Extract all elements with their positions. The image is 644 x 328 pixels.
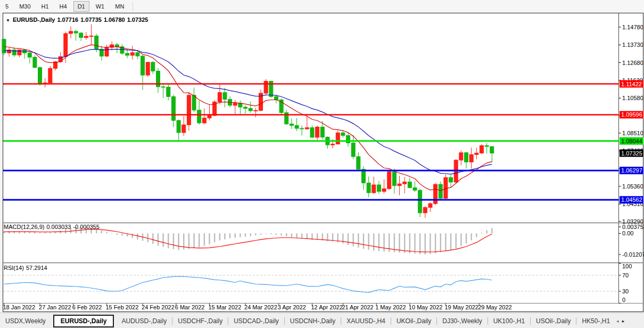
price-badge-1.09596: 1.09596 xyxy=(620,111,643,118)
macd-bar xyxy=(358,233,359,248)
macd-bar xyxy=(301,233,302,239)
macd-indicator-label: MACD(12,26,9)0.003033-0.000355 xyxy=(4,224,102,230)
svg-text:1.04562: 1.04562 xyxy=(621,196,642,203)
svg-text:24 Mar 2022: 24 Mar 2022 xyxy=(244,304,277,310)
svg-text:1.10580: 1.10580 xyxy=(622,95,643,101)
svg-text:21 Apr 2022: 21 Apr 2022 xyxy=(342,304,373,310)
macd-bar xyxy=(409,233,410,253)
price-badge-1.06297: 1.06297 xyxy=(620,167,643,174)
macd-bar xyxy=(101,231,102,233)
macd-bar xyxy=(481,233,482,233)
macd-bar xyxy=(435,233,436,253)
chart-dropdown-icon[interactable]: ▼ xyxy=(6,18,10,23)
macd-bar xyxy=(373,233,374,250)
tab-xauusd-h4[interactable]: XAUUSD-,H4 xyxy=(341,315,391,327)
tab-dj30-weekly[interactable]: DJ30-,Weekly xyxy=(437,315,487,327)
svg-text:1.12680: 1.12680 xyxy=(622,60,643,66)
svg-text:0: 0 xyxy=(622,297,625,303)
tab-usdchf-daily[interactable]: USDCHF-,Daily xyxy=(172,315,228,327)
macd-bar xyxy=(34,232,35,234)
svg-text:1 May 2022: 1 May 2022 xyxy=(375,304,406,310)
macd-bar xyxy=(255,233,256,235)
chart-window[interactable]: 1.147801.137301.126801.116301.105801.095… xyxy=(0,0,644,328)
macd-bar xyxy=(466,233,467,243)
price-badge-1.11422: 1.11422 xyxy=(620,80,643,88)
tab-usdcnh-daily[interactable]: USDCNH-,Daily xyxy=(285,315,341,327)
macd-bar xyxy=(106,232,107,234)
macd-bar xyxy=(235,233,236,237)
macd-bar xyxy=(291,233,292,237)
rsi-name: RSI(14) xyxy=(4,265,24,271)
macd-bar xyxy=(348,233,349,245)
svg-text:1.05360: 1.05360 xyxy=(622,183,643,190)
macd-bar xyxy=(117,233,118,235)
tab-scroll-left-icon[interactable]: ◂ xyxy=(616,318,619,324)
svg-text:19 May 2022: 19 May 2022 xyxy=(444,304,478,310)
svg-text:70: 70 xyxy=(622,272,629,278)
macd-bar xyxy=(132,233,133,238)
macd-bar xyxy=(450,233,451,250)
macd-name: MACD(12,26,9) xyxy=(4,224,44,230)
tab-usdcad-daily[interactable]: USDCAD-,Daily xyxy=(228,315,284,327)
macd-bar xyxy=(296,233,297,238)
macd-bar xyxy=(363,233,364,249)
svg-text:1.08510: 1.08510 xyxy=(622,130,643,136)
macd-bar xyxy=(111,233,112,234)
macd-bar xyxy=(39,232,40,233)
macd-bar xyxy=(414,233,415,253)
macd-signal-value: -0.000355 xyxy=(73,224,100,230)
macd-bar xyxy=(49,232,51,233)
tab-ukoil-daily[interactable]: UKOil-,Daily xyxy=(391,315,436,327)
macd-bar xyxy=(368,233,369,250)
macd-bar xyxy=(265,233,266,234)
macd-bar xyxy=(240,233,241,237)
macd-bar xyxy=(245,233,246,236)
price-badge-1.08044: 1.08044 xyxy=(620,137,643,145)
macd-bar xyxy=(209,233,210,244)
tab-scroll-arrows: ◂▸ xyxy=(616,318,624,324)
svg-text:6 Mar 2022: 6 Mar 2022 xyxy=(175,304,205,310)
svg-text:3 Apr 2022: 3 Apr 2022 xyxy=(278,304,306,310)
macd-bar xyxy=(188,233,189,249)
trading-platform-window: { "toolbar": { "timeframes": [ {"label":… xyxy=(0,0,644,328)
tab-eurusd-daily[interactable]: EURUSD-,Daily xyxy=(53,315,114,327)
tab-usdx-weekly[interactable]: USDX,Weekly xyxy=(0,315,51,327)
ohlc-open: 1.07716 xyxy=(57,17,78,23)
svg-text:1.08044: 1.08044 xyxy=(621,138,642,144)
tab-hk50-h1[interactable]: HK50-,H1 xyxy=(576,315,615,327)
svg-text:1.13730: 1.13730 xyxy=(622,42,643,48)
rsi-value: 57.2914 xyxy=(26,265,47,271)
tab-scroll-right-icon[interactable]: ▸ xyxy=(622,318,625,324)
price-badge-1.04562: 1.04562 xyxy=(620,196,643,203)
svg-text:29 May 2022: 29 May 2022 xyxy=(478,304,512,310)
svg-text:10 May 2022: 10 May 2022 xyxy=(409,304,443,310)
macd-bar xyxy=(270,233,271,234)
macd-bar xyxy=(486,230,487,233)
macd-bar xyxy=(250,233,251,236)
svg-text:15 Mar 2022: 15 Mar 2022 xyxy=(209,304,242,310)
macd-bar xyxy=(229,233,230,238)
macd-bar xyxy=(470,233,472,240)
svg-text:1.07325: 1.07325 xyxy=(621,150,642,157)
svg-text:1.09596: 1.09596 xyxy=(621,111,642,118)
macd-bar xyxy=(342,233,343,243)
macd-bar xyxy=(440,233,441,252)
tab-audusd-daily[interactable]: AUDUSD-,Daily xyxy=(116,315,172,327)
macd-bar xyxy=(152,233,153,244)
tab-uk100-h1[interactable]: UK100-,H1 xyxy=(488,315,530,327)
svg-text:15 Feb 2022: 15 Feb 2022 xyxy=(106,304,139,310)
svg-text:0.00: 0.00 xyxy=(622,230,633,236)
ohlc-close: 1.07325 xyxy=(127,17,148,23)
macd-bar xyxy=(353,233,354,246)
macd-bar xyxy=(280,233,282,235)
macd-bar xyxy=(137,233,138,239)
date-axis: 18 Jan 202227 Jan 20226 Feb 202215 Feb 2… xyxy=(3,304,512,311)
macd-bar xyxy=(419,233,420,254)
macd-bar xyxy=(445,233,446,251)
svg-text:24 Feb 2022: 24 Feb 2022 xyxy=(142,304,175,310)
macd-bar xyxy=(121,233,122,235)
svg-text:1.06297: 1.06297 xyxy=(621,167,642,174)
svg-text:30: 30 xyxy=(622,288,629,294)
tab-usoil-daily[interactable]: USOil-,Daily xyxy=(531,315,576,327)
macd-bar xyxy=(389,233,390,252)
